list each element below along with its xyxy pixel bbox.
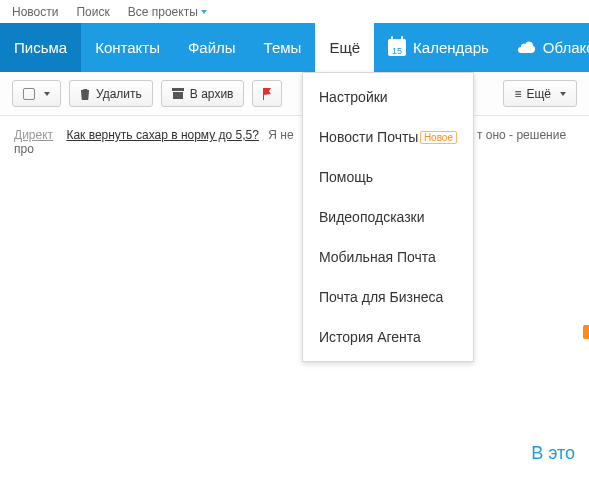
dropdown-item-1[interactable]: Новости ПочтыНовое [303, 117, 473, 157]
dropdown-item-label: История Агента [319, 329, 421, 345]
content-area: Директ Как вернуть сахар в норму до 5,5?… [0, 116, 589, 168]
nav-themes[interactable]: Темы [250, 23, 316, 72]
delete-button[interactable]: Удалить [69, 80, 153, 107]
toolbar: Удалить В архив ≡ Ещё [0, 72, 589, 116]
menu-icon: ≡ [514, 87, 520, 101]
flag-button[interactable] [252, 80, 282, 107]
top-bar: Новости Поиск Все проекты [0, 0, 589, 23]
select-all-button[interactable] [12, 80, 61, 107]
dropdown-item-4[interactable]: Мобильная Почта [303, 237, 473, 277]
main-nav: Письма Контакты Файлы Темы Ещё 15 Календ… [0, 23, 589, 72]
dropdown-item-label: Почта для Бизнеса [319, 289, 443, 305]
nav-mail[interactable]: Письма [0, 23, 81, 72]
nav-calendar[interactable]: 15 Календарь [374, 23, 503, 72]
chevron-down-icon [560, 92, 566, 96]
dropdown-item-label: Настройки [319, 89, 388, 105]
nav-contacts[interactable]: Контакты [81, 23, 174, 72]
ad-text-left: Я не [268, 128, 293, 142]
notification-edge[interactable] [583, 325, 589, 339]
footer-partial-text: В это [531, 443, 575, 464]
new-badge: Новое [420, 131, 457, 144]
dropdown-item-label: Новости Почты [319, 129, 418, 145]
ad-link[interactable]: Как вернуть сахар в норму до 5,5? [66, 128, 259, 142]
dropdown-item-label: Помощь [319, 169, 373, 185]
ad-tag[interactable]: Директ [14, 128, 53, 142]
dropdown-item-label: Мобильная Почта [319, 249, 436, 265]
cloud-icon [517, 39, 537, 56]
top-projects-link[interactable]: Все проекты [128, 5, 207, 19]
nav-cloud[interactable]: Облако [503, 23, 589, 72]
dropdown-item-0[interactable]: Настройки [303, 77, 473, 117]
flag-icon [261, 88, 273, 100]
dropdown-item-5[interactable]: Почта для Бизнеса [303, 277, 473, 317]
chevron-down-icon [44, 92, 50, 96]
top-news-link[interactable]: Новости [12, 5, 58, 19]
calendar-icon: 15 [388, 39, 406, 56]
top-search-link[interactable]: Поиск [76, 5, 109, 19]
nav-more[interactable]: Ещё [315, 23, 374, 72]
nav-files[interactable]: Файлы [174, 23, 250, 72]
dropdown-item-label: Видеоподсказки [319, 209, 425, 225]
trash-icon [80, 88, 90, 100]
dropdown-item-6[interactable]: История Агента [303, 317, 473, 357]
archive-icon [172, 88, 184, 99]
archive-button[interactable]: В архив [161, 80, 245, 107]
dropdown-item-2[interactable]: Помощь [303, 157, 473, 197]
checkbox-icon [23, 88, 35, 100]
ad-line: Директ Как вернуть сахар в норму до 5,5?… [14, 128, 575, 156]
dropdown-item-3[interactable]: Видеоподсказки [303, 197, 473, 237]
chevron-down-icon [201, 10, 207, 14]
more-dropdown: НастройкиНовости ПочтыНовоеПомощьВидеопо… [302, 72, 474, 362]
toolbar-more-button[interactable]: ≡ Ещё [503, 80, 577, 107]
